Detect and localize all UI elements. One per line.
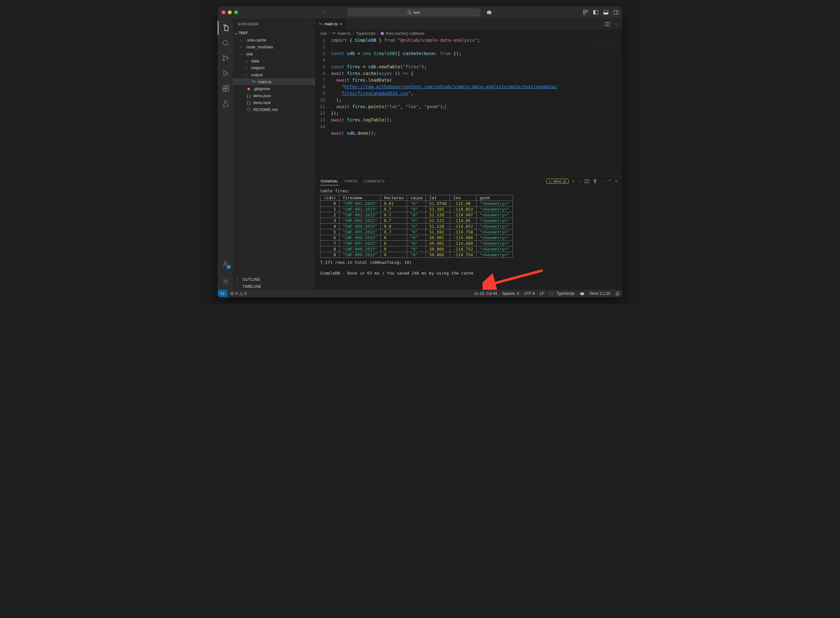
tree-item-sda[interactable]: ⌄sda bbox=[233, 50, 315, 57]
command-center[interactable]: test bbox=[347, 9, 480, 16]
accounts-icon[interactable] bbox=[218, 257, 233, 271]
tree-item--sda-cache[interactable]: ›.sda-cache bbox=[233, 36, 315, 43]
kill-terminal-icon[interactable] bbox=[593, 179, 597, 183]
close-panel-icon[interactable]: × bbox=[615, 179, 617, 183]
svg-rect-7 bbox=[586, 10, 588, 12]
activity-bar bbox=[218, 18, 233, 290]
notifications-icon[interactable] bbox=[613, 291, 622, 296]
language-mode[interactable]: { } TypeScript bbox=[547, 291, 577, 296]
source-control-icon[interactable] bbox=[218, 51, 233, 65]
svg-rect-24 bbox=[223, 89, 225, 91]
tree-item--gitignore[interactable]: ◆.gitignore bbox=[233, 85, 315, 92]
svg-rect-23 bbox=[223, 86, 225, 88]
encoding[interactable]: UTF-8 bbox=[521, 291, 537, 296]
copilot-icon[interactable] bbox=[486, 9, 492, 15]
svg-rect-14 bbox=[604, 13, 608, 14]
panel-more-icon[interactable]: ⋯ bbox=[601, 179, 604, 183]
tab-terminal[interactable]: TERMINAL bbox=[320, 177, 338, 185]
folder-root[interactable]: ⌄ TEST bbox=[233, 30, 315, 36]
tree-item-deno-json[interactable]: { }deno.json bbox=[233, 92, 315, 99]
nav-forward-icon[interactable]: → bbox=[333, 9, 338, 15]
problems-indicator[interactable]: 0 0 bbox=[227, 291, 249, 296]
copilot-status-icon[interactable] bbox=[577, 291, 587, 296]
svg-rect-15 bbox=[614, 10, 618, 14]
search-activity-icon[interactable] bbox=[218, 36, 233, 50]
tree-item-data[interactable]: ⌄data bbox=[233, 57, 315, 64]
minimize-window-button[interactable] bbox=[228, 10, 232, 14]
run-debug-icon[interactable] bbox=[218, 67, 233, 80]
outline-section[interactable]: ›OUTLINE bbox=[233, 276, 315, 283]
extensions-icon[interactable] bbox=[218, 82, 233, 95]
search-text: test bbox=[413, 10, 420, 15]
tab-main-ts[interactable]: TS main.ts × bbox=[315, 18, 347, 30]
code-editor[interactable]: 1234567891011121314 import { SimpleDB } … bbox=[315, 37, 622, 176]
tab-comments[interactable]: COMMENTS bbox=[363, 177, 385, 185]
cursor-position[interactable]: Ln 10, Col 44 bbox=[472, 291, 499, 296]
tree-item-readme-md[interactable]: ⓘREADME.md bbox=[233, 106, 315, 113]
editor-more-icon[interactable]: ⋯ bbox=[614, 21, 618, 26]
svg-line-18 bbox=[227, 44, 228, 46]
svg-line-1 bbox=[410, 13, 411, 14]
svg-marker-22 bbox=[224, 71, 228, 76]
statusbar: 0 0 Ln 10, Col 44 Spaces: 4 UTF-8 LF { }… bbox=[218, 290, 622, 297]
indentation[interactable]: Spaces: 4 bbox=[500, 291, 521, 296]
maximize-panel-icon[interactable]: ⌃ bbox=[608, 179, 611, 183]
svg-point-4 bbox=[489, 12, 490, 13]
tree-item-output[interactable]: ›output bbox=[233, 71, 315, 78]
close-tab-icon[interactable]: × bbox=[339, 21, 342, 27]
nav-back-icon[interactable]: ← bbox=[323, 9, 328, 15]
testing-icon[interactable] bbox=[218, 97, 233, 111]
svg-point-0 bbox=[408, 11, 410, 13]
svg-point-19 bbox=[223, 56, 225, 57]
tree-item-helpers[interactable]: ›helpers bbox=[233, 64, 315, 71]
remote-indicator[interactable] bbox=[218, 290, 227, 297]
ts-file-icon: TS bbox=[319, 22, 323, 25]
fires-table: (idx)firenamehectarescauselatlongeom0"CP… bbox=[320, 195, 513, 258]
terminal-output[interactable]: table fires: (idx)firenamehectarescausel… bbox=[315, 186, 622, 290]
new-terminal-icon[interactable]: + bbox=[572, 179, 575, 183]
svg-point-29 bbox=[225, 281, 227, 282]
svg-point-28 bbox=[224, 261, 227, 264]
svg-point-42 bbox=[582, 294, 583, 294]
split-terminal-icon[interactable] bbox=[585, 179, 589, 183]
sidebar-more-icon[interactable]: ⋯ bbox=[307, 22, 310, 26]
symbol-icon: ⬢ bbox=[381, 31, 384, 36]
breadcrumb[interactable]: sda › TS main.ts › TypeScript › ⬢ fires.… bbox=[315, 30, 622, 37]
timing-message: SimpleDB - Done in 63 ms / You saved 246… bbox=[320, 270, 617, 276]
editor-group: TS main.ts × ⋯ sda › TS main.ts › TypeSc… bbox=[315, 18, 622, 290]
svg-point-20 bbox=[223, 59, 225, 61]
tab-ports[interactable]: PORTS bbox=[345, 177, 357, 185]
ts-file-icon: TS bbox=[332, 32, 336, 35]
search-icon bbox=[407, 10, 412, 15]
eol[interactable]: LF bbox=[537, 291, 547, 296]
svg-rect-5 bbox=[489, 10, 490, 11]
svg-point-21 bbox=[227, 58, 228, 59]
tree-item-node-modules[interactable]: ›node_modules bbox=[233, 43, 315, 50]
close-window-button[interactable] bbox=[222, 10, 225, 14]
split-editor-icon[interactable] bbox=[605, 21, 610, 27]
timeline-section[interactable]: ›TIMELINE bbox=[233, 283, 315, 290]
deno-version[interactable]: Deno 2.1.10 bbox=[587, 291, 613, 296]
terminal-dropdown-icon[interactable]: ⌄ bbox=[578, 180, 581, 183]
explorer-icon[interactable] bbox=[218, 21, 233, 35]
sidebar-title: EXPLORER bbox=[238, 22, 258, 26]
maximize-window-button[interactable] bbox=[234, 10, 238, 14]
terminal-name[interactable]: deno bbox=[547, 179, 569, 184]
minimap[interactable] bbox=[593, 37, 621, 53]
tree-item-main-ts[interactable]: TSmain.ts bbox=[233, 78, 315, 85]
svg-point-3 bbox=[488, 12, 489, 13]
layout-customize-icon[interactable] bbox=[583, 10, 588, 15]
settings-gear-icon[interactable] bbox=[218, 275, 233, 288]
toggle-sidebar-icon[interactable] bbox=[593, 10, 598, 15]
toggle-secondary-sidebar-icon[interactable] bbox=[613, 10, 618, 15]
svg-rect-8 bbox=[584, 13, 585, 15]
file-tree: ›.sda-cache›node_modules⌄sda⌄data›helper… bbox=[233, 36, 315, 276]
svg-point-17 bbox=[223, 40, 228, 45]
svg-rect-6 bbox=[584, 10, 585, 12]
svg-rect-25 bbox=[226, 89, 228, 91]
window-controls bbox=[222, 10, 238, 14]
tree-item-deno-lock[interactable]: { }deno.lock bbox=[233, 99, 315, 106]
editor-tabs: TS main.ts × ⋯ bbox=[315, 18, 622, 30]
toggle-panel-icon[interactable] bbox=[603, 10, 608, 15]
table-title: table fires: bbox=[320, 188, 617, 193]
